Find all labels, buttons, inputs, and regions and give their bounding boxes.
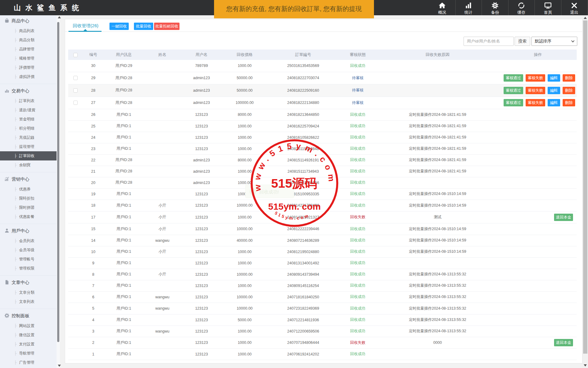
svg-text:515ym. com: 515ym. com [268,201,321,212]
svg-text:515源码: 515源码 [271,176,317,190]
svg-text:515ym.com: 515ym.com [274,210,310,221]
